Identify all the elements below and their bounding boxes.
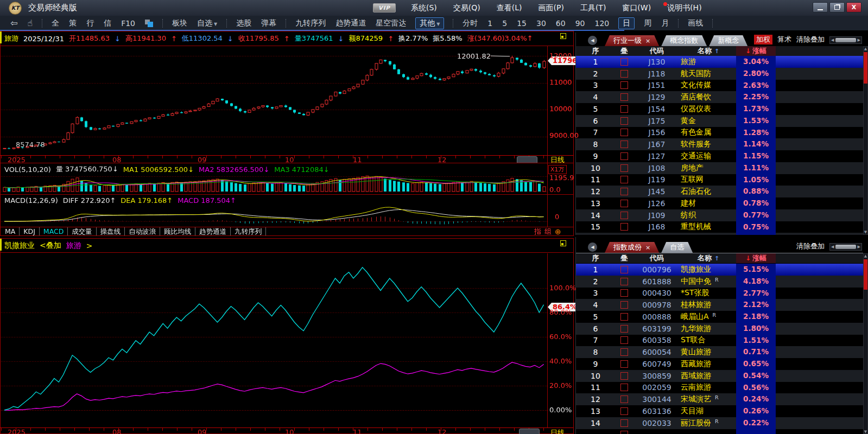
tab-行业一级[interactable]: 行业一级× [605, 35, 659, 46]
group-label[interactable]: 组 [544, 227, 552, 237]
indicator-tab-MACD[interactable]: MACD [40, 227, 68, 235]
toolbar-button[interactable]: F10 [121, 19, 135, 28]
overlay-checkbox[interactable] [620, 384, 628, 391]
action-清除叠加[interactable]: 清除叠加 [796, 35, 825, 44]
scroll-up-icon[interactable]: ▲ [863, 254, 868, 258]
stock-row[interactable] [576, 233, 863, 235]
chart-scrollbar-thumb[interactable] [519, 429, 540, 434]
stock-row[interactable]: 3J151文化传媒2.63% [576, 80, 863, 92]
stock-row[interactable]: 5J154仪器仪表1.73% [576, 103, 863, 115]
period-label[interactable]: 日线 [550, 155, 565, 165]
toolbar-button[interactable]: 趋势通道 [335, 18, 366, 28]
stock-row[interactable]: 3000430*ST张股2.77% [576, 288, 863, 299]
col-header-overlay[interactable]: 叠 [615, 253, 633, 263]
col-header-overlay[interactable]: 叠 [615, 46, 633, 56]
toolbar-button[interactable]: 画线 [688, 18, 703, 28]
stock-row[interactable]: 4000978桂林旅游2.12% [576, 299, 863, 311]
menu-item[interactable]: 工具(T) [580, 3, 606, 13]
stock-row[interactable]: 13J126建材0.78% [576, 197, 863, 209]
overlay-checkbox[interactable] [620, 266, 628, 273]
toolbar-button[interactable]: 信 [104, 18, 111, 28]
menu-item[interactable]: 窗口(W) [622, 3, 651, 13]
toolbar-dropdown[interactable]: 其他▼ [415, 17, 444, 29]
stock-row[interactable]: 9600749西藏旅游0.65% [576, 358, 863, 370]
overlay-checkbox[interactable] [620, 325, 628, 333]
maximize-pane-icon[interactable] [560, 240, 566, 246]
toolbar-button[interactable]: 分时 [462, 18, 478, 28]
col-header-pct[interactable]: ↓涨幅 [736, 46, 776, 56]
overlay-checkbox[interactable] [620, 223, 628, 231]
constituent-vscroll-thumb[interactable] [864, 259, 867, 290]
stock-row[interactable]: 15J168重型机械0.75% [576, 221, 863, 233]
tab-新概念[interactable]: 新概念 [709, 35, 747, 46]
stock-row[interactable]: 5000888峨眉山АR2.18% [576, 311, 863, 323]
overlay-checkbox[interactable] [620, 278, 628, 285]
hscroll-thumb[interactable] [835, 38, 856, 42]
period-button-active[interactable]: 日 [618, 17, 635, 29]
overlay-checkbox[interactable] [620, 141, 628, 148]
col-header-seq[interactable]: 序 [576, 46, 615, 56]
back-arrow-icon[interactable]: ⇦ [10, 18, 17, 28]
toolbar-button[interactable]: 120 [595, 19, 610, 28]
overlay-checkbox[interactable] [620, 117, 628, 125]
stock-row[interactable]: 1J130旅游3.04% [576, 56, 863, 68]
toolbar-button[interactable]: 60 [556, 19, 566, 28]
overlay-checkbox[interactable] [620, 129, 628, 136]
overlay-checkbox[interactable] [620, 70, 628, 78]
overlay-checkbox[interactable] [620, 395, 628, 403]
indicator-tab-顾比均线[interactable]: 顾比均线 [160, 227, 195, 235]
toolbar-button[interactable]: 行 [86, 18, 94, 28]
stock-row[interactable]: 1000796凯撒旅业5.15% [576, 264, 863, 276]
col-header-name[interactable]: 名称↑ [681, 253, 736, 263]
back-circle-button[interactable]: ◀ [588, 242, 597, 252]
menu-item[interactable]: 交易(Q) [453, 3, 480, 13]
toolbar-button[interactable]: 九转序列 [295, 18, 326, 28]
stock-row[interactable]: 12300144宋城演艺R0.24% [576, 393, 863, 405]
period-label[interactable]: 日线 [550, 428, 565, 434]
action-清除叠加[interactable]: 清除叠加 [796, 241, 825, 251]
menu-item[interactable]: 说明书(H) [667, 3, 701, 13]
overlay-checkbox[interactable] [620, 336, 628, 344]
overlay-checkbox[interactable] [620, 348, 628, 356]
tabbar-hscrollbar[interactable]: ◀▶ [829, 243, 862, 251]
scroll-down-icon[interactable]: ▼ [863, 230, 868, 234]
toolbar-button[interactable]: 30 [536, 19, 546, 28]
sector-vscroll-thumb[interactable] [864, 52, 867, 84]
tab-close-icon[interactable]: × [645, 244, 650, 251]
stock-row[interactable]: 7J156有色金属1.28% [576, 127, 863, 139]
menu-item[interactable]: 画面(P) [538, 3, 564, 13]
overlay-checkbox[interactable] [620, 289, 628, 297]
scroll-down-icon[interactable]: ▼ [863, 430, 868, 434]
overlay-checkbox[interactable] [620, 164, 628, 172]
menu-item[interactable]: 查看(L) [497, 3, 522, 13]
scroll-left-icon[interactable]: ◀ [830, 38, 835, 42]
indicator-tab-操盘线[interactable]: 操盘线 [97, 227, 125, 235]
stock-row[interactable]: 7600358ST联合1.51% [576, 335, 863, 347]
hscroll-thumb[interactable] [835, 245, 856, 249]
add-indicator-icon[interactable]: ⊕ [555, 227, 561, 236]
overlay-checkbox[interactable] [620, 419, 628, 427]
col-header-code[interactable]: 代码 [633, 46, 681, 56]
col-header-pct[interactable]: ↓涨幅 [736, 253, 776, 263]
stock-row[interactable]: 12J145石油石化0.88% [576, 186, 863, 197]
layers-icon[interactable] [145, 20, 153, 27]
overlay-checkbox[interactable] [620, 372, 628, 380]
stock-row[interactable]: 4J129酒店餐饮2.25% [576, 91, 863, 103]
overlay-checkbox[interactable] [620, 93, 628, 101]
stock-row[interactable]: 11J119互联网1.05% [576, 174, 863, 186]
scroll-left-icon[interactable]: ◀ [830, 245, 835, 249]
toolbar-button[interactable]: 板块 [172, 18, 187, 28]
col-header-name[interactable]: 名称↑ [681, 46, 736, 56]
tab-自选[interactable]: 自选 [661, 242, 693, 253]
indicator-tab-九转序列[interactable]: 九转序列 [231, 227, 266, 235]
menu-item[interactable]: 系统(S) [411, 3, 437, 13]
restore-button[interactable] [829, 2, 845, 12]
overlay-checkbox[interactable] [620, 152, 628, 160]
overlay-checkbox[interactable] [620, 313, 628, 321]
toolbar-button[interactable]: 周 [644, 18, 651, 28]
tabbar-hscrollbar[interactable]: ◀▶ [829, 36, 862, 44]
col-header-seq[interactable]: 序 [576, 253, 615, 263]
scroll-up-icon[interactable]: ▲ [863, 47, 868, 51]
overlay-checkbox[interactable] [620, 58, 628, 66]
indicator-tab-趋势通道[interactable]: 趋势通道 [195, 227, 231, 235]
